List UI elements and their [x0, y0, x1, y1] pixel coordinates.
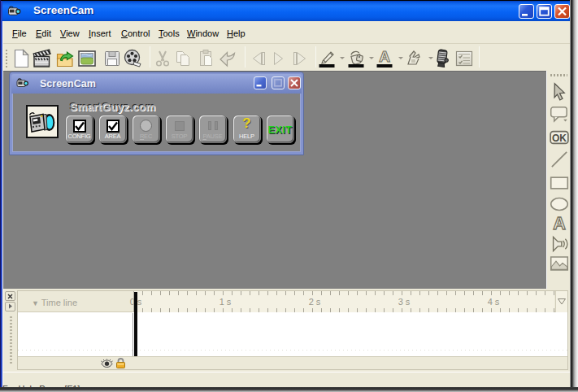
svg-text:A: A	[379, 49, 390, 65]
svg-text:OK: OK	[552, 133, 567, 144]
svg-text:A: A	[553, 214, 566, 233]
